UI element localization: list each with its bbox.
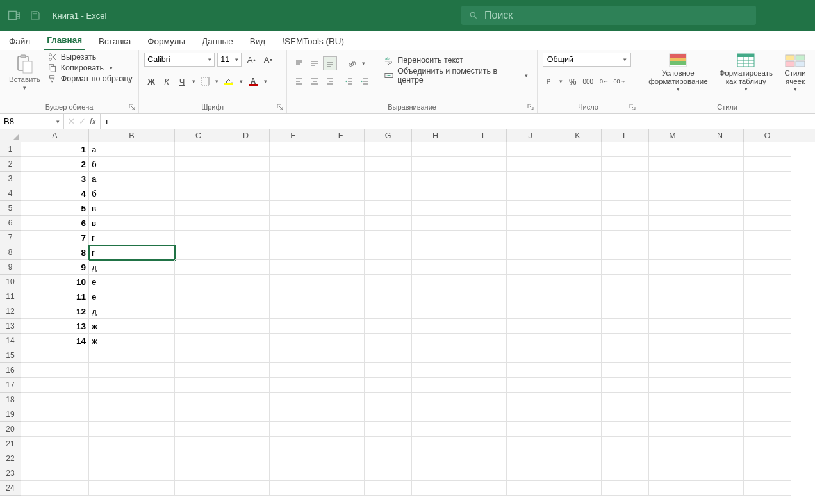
cell[interactable] — [554, 466, 602, 481]
cell[interactable] — [554, 378, 602, 393]
cell[interactable] — [602, 334, 649, 348]
cell[interactable] — [554, 186, 602, 201]
select-all-corner[interactable] — [0, 129, 21, 142]
cell[interactable] — [696, 260, 744, 275]
cell[interactable] — [270, 304, 317, 319]
cell[interactable] — [649, 437, 696, 451]
cell[interactable] — [270, 216, 317, 231]
cell[interactable] — [744, 260, 791, 275]
cell[interactable] — [507, 260, 554, 275]
cell[interactable] — [459, 407, 507, 422]
cell[interactable] — [412, 289, 459, 304]
cell[interactable] — [412, 348, 459, 363]
cell[interactable] — [696, 378, 744, 393]
cell[interactable] — [649, 260, 696, 275]
cell[interactable] — [744, 157, 791, 172]
cell[interactable] — [317, 260, 365, 275]
cell[interactable] — [554, 275, 602, 289]
cell[interactable] — [175, 378, 222, 393]
cell[interactable] — [459, 319, 507, 334]
cell[interactable] — [459, 172, 507, 186]
name-box[interactable]: B8▾ — [0, 114, 64, 129]
cell[interactable]: ж — [89, 319, 175, 334]
cell[interactable] — [270, 451, 317, 466]
dialog-launcher-icon[interactable] — [276, 103, 284, 111]
cell[interactable] — [554, 304, 602, 319]
cell[interactable] — [317, 172, 365, 186]
format-painter-button[interactable]: Формат по образцу — [48, 74, 133, 83]
cell[interactable] — [270, 466, 317, 481]
cell[interactable] — [222, 260, 270, 275]
column-header[interactable]: B — [89, 129, 175, 142]
cell[interactable]: 14 — [21, 334, 89, 348]
cell[interactable] — [317, 245, 365, 260]
save-icon[interactable] — [29, 10, 41, 21]
cell[interactable] — [270, 186, 317, 201]
cell[interactable] — [554, 245, 602, 260]
cell[interactable] — [412, 245, 459, 260]
cell[interactable] — [649, 304, 696, 319]
font-size-combo[interactable]: 11▾ — [217, 53, 242, 67]
cut-button[interactable]: Вырезать — [48, 53, 133, 61]
cell[interactable] — [270, 172, 317, 186]
cell[interactable] — [744, 304, 791, 319]
cell[interactable] — [744, 393, 791, 407]
row-header[interactable]: 20 — [0, 422, 21, 437]
cell[interactable] — [412, 437, 459, 451]
cell[interactable] — [270, 275, 317, 289]
cell[interactable] — [602, 393, 649, 407]
cell[interactable] — [744, 466, 791, 481]
cell[interactable] — [222, 304, 270, 319]
cell[interactable] — [317, 363, 365, 378]
tab-semtools[interactable]: !SEMTools (RU) — [279, 33, 347, 50]
row-header[interactable]: 14 — [0, 334, 21, 348]
cell[interactable] — [602, 407, 649, 422]
cell[interactable] — [649, 201, 696, 216]
cell[interactable] — [21, 378, 89, 393]
decrease-indent-button[interactable] — [342, 74, 356, 88]
cell[interactable] — [554, 157, 602, 172]
cell[interactable] — [602, 275, 649, 289]
cell[interactable] — [507, 393, 554, 407]
align-right-button[interactable] — [323, 74, 337, 88]
cell[interactable] — [602, 231, 649, 245]
cell[interactable] — [175, 407, 222, 422]
cell[interactable] — [89, 378, 175, 393]
cell[interactable] — [175, 186, 222, 201]
cell[interactable] — [696, 231, 744, 245]
cell[interactable] — [89, 393, 175, 407]
cell[interactable] — [696, 348, 744, 363]
cell[interactable] — [270, 481, 317, 496]
cell[interactable] — [602, 481, 649, 496]
cell[interactable] — [175, 348, 222, 363]
cell[interactable] — [89, 422, 175, 437]
cell[interactable]: ж — [89, 334, 175, 348]
cell[interactable] — [507, 437, 554, 451]
cell[interactable] — [365, 363, 412, 378]
cell[interactable] — [507, 363, 554, 378]
cell[interactable] — [554, 334, 602, 348]
cell[interactable] — [459, 260, 507, 275]
cell[interactable] — [222, 334, 270, 348]
cell[interactable]: д — [89, 304, 175, 319]
cell[interactable] — [554, 319, 602, 334]
row-header[interactable]: 7 — [0, 231, 21, 245]
cell[interactable] — [365, 216, 412, 231]
cell[interactable] — [175, 157, 222, 172]
cell[interactable] — [649, 348, 696, 363]
cell[interactable] — [649, 407, 696, 422]
orientation-button[interactable]: ab — [345, 56, 359, 70]
cell[interactable] — [507, 334, 554, 348]
cell[interactable] — [602, 172, 649, 186]
cell[interactable] — [602, 186, 649, 201]
cell[interactable] — [222, 407, 270, 422]
row-header[interactable]: 23 — [0, 466, 21, 481]
cell[interactable] — [602, 319, 649, 334]
cell[interactable] — [649, 334, 696, 348]
row-header[interactable]: 18 — [0, 393, 21, 407]
row-header[interactable]: 19 — [0, 407, 21, 422]
cell[interactable] — [412, 231, 459, 245]
cell[interactable] — [412, 186, 459, 201]
cell[interactable] — [89, 348, 175, 363]
cell[interactable] — [602, 348, 649, 363]
